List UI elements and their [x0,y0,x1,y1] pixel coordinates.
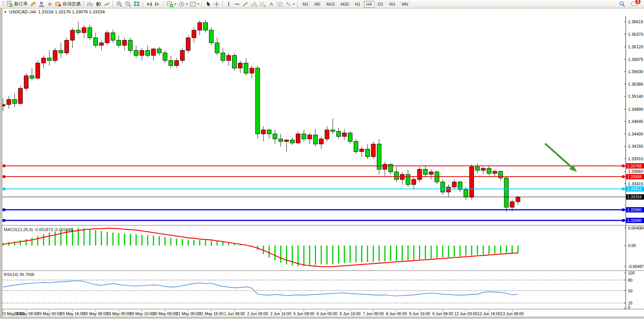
candle-body [296,134,300,143]
price-tick-label: 1.33660 [628,169,643,174]
price-tick-label: 1.36370 [628,32,643,37]
main-toolbar: 新订单 自动交易 [0,0,644,8]
candle-body [336,131,341,136]
new-order-button[interactable]: 新订单 [5,0,29,8]
indicators-button[interactable]: ▾ [166,0,177,8]
timeframe-button-mn[interactable]: MN [399,1,411,8]
candle-body [331,130,335,131]
zoom-in-button[interactable] [115,0,124,8]
equidistant-channel-icon: E [251,1,257,7]
candle-body [284,140,289,142]
arrows-tool-button[interactable]: ▾ [284,0,296,8]
text-icon: A [269,1,274,7]
timeframe-button-m15[interactable]: M15 [324,1,337,8]
timeframe-button-w1[interactable]: W1 [387,1,399,8]
line-handle [3,209,5,211]
price-tick-label: 1.34400 [628,132,643,136]
candlestick-chart-button[interactable] [94,0,103,8]
fibonacci-tool-button[interactable]: F [258,0,267,8]
trendline-tool-button[interactable] [241,0,250,8]
autotrading-button[interactable]: 自动交易 [54,0,82,8]
fibonacci-icon: F [260,1,266,7]
chart-dropdown-icon[interactable]: ▼ [4,10,7,14]
timeframe-button-m1[interactable]: M1 [300,1,311,8]
text-label-tool-button[interactable]: T [276,0,284,8]
timeframe-button-m5[interactable]: M5 [312,1,323,8]
chart-canvas[interactable]: 1.366151.363701.361201.358751.356301.353… [0,0,644,319]
time-axis-label: 31 May 16:00 [199,311,223,316]
candle-body [446,187,451,192]
candle-body [13,99,17,104]
toolbar-separator [222,1,223,8]
zoom-out-button[interactable] [124,0,132,8]
periods-button[interactable]: ▾ [177,0,189,8]
candle-body [481,168,485,170]
chat-button[interactable]: 1 [630,0,639,8]
horizontal-line-tool-button[interactable] [233,0,241,8]
toolbar-separator [163,1,164,8]
candle-body [94,38,98,45]
tile-windows-button[interactable] [132,0,141,8]
chart-shift-icon [155,1,161,7]
horizontal-line-icon [234,1,240,7]
dropdown-caret-icon[interactable]: ▾ [175,2,176,6]
candle-body [192,30,196,38]
time-axis-label: 7 Jun 08:00 [363,311,384,316]
profiles-button[interactable] [37,0,46,8]
candle-body [233,56,237,68]
price-tag-label: 1.33555 [627,174,642,179]
candle-body [279,139,283,142]
candle-body [209,30,214,43]
chart-shift-button[interactable] [153,0,162,8]
timeframe-button-d1[interactable]: D1 [375,1,386,8]
candle-body [360,149,364,152]
toolbar-separator [297,1,298,8]
candle-body [186,38,190,50]
candle-body [47,58,51,61]
templates-button[interactable]: ▾ [189,0,200,8]
candle-body [7,99,11,104]
bar-chart-button[interactable] [86,0,94,8]
new-order-icon [6,1,13,7]
rsi-tick-label: 0 [628,305,630,309]
window-bottom-frame[interactable] [0,317,644,319]
candle-body [504,178,509,207]
dropdown-caret-icon[interactable]: ▾ [293,2,295,6]
candle-body [250,68,254,73]
dropdown-caret-icon[interactable]: ▾ [198,2,199,6]
time-axis-label: 31 May 00:00 [176,311,201,316]
time-axis-label: 25 May 00:00 [37,311,62,316]
cursor-button[interactable] [204,0,212,8]
search-icon [619,1,625,7]
price-tick-label: 1.36120 [628,45,643,49]
time-axis-label: 6 Jun 00:00 [317,311,338,316]
toolbar-separator [113,1,113,8]
line-chart-button[interactable] [103,0,111,8]
vertical-line-tool-button[interactable] [225,0,233,8]
crosshair-button[interactable] [212,0,221,8]
dropdown-caret-icon[interactable]: ▾ [186,2,188,6]
candle-body [76,30,80,33]
toolbar-grip[interactable] [83,1,84,7]
candle-body [313,135,317,144]
channel-tool-button[interactable]: E [250,0,258,8]
timeframe-button-m30[interactable]: M30 [338,1,351,8]
crayon-icon [30,1,36,7]
styles-button[interactable] [29,0,37,8]
timeframe-button-h4[interactable]: H4 [364,1,375,8]
candle-body [204,22,208,30]
text-tool-button[interactable]: A [267,0,276,8]
autotrading-icon [55,1,61,7]
candle-body [470,167,474,197]
candle-body [117,40,121,45]
candle-body [59,50,63,53]
rsi-tick-label: 100 [628,271,635,275]
search-button[interactable] [618,0,626,8]
timeframe-button-h1[interactable]: H1 [352,1,363,8]
auto-scroll-button[interactable] [145,0,153,8]
toolbar-grip[interactable] [3,1,4,7]
signals-button[interactable] [46,0,54,8]
time-axis-label: 8 Jun 16:00 [409,311,430,316]
time-axis-label: 2 Jun 00:00 [247,311,268,316]
candle-body [41,58,46,63]
